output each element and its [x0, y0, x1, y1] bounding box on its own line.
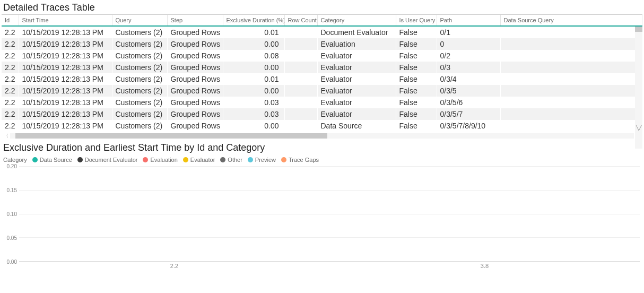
- cell-data-source-query[interactable]: [500, 108, 642, 120]
- cell-row-count[interactable]: [284, 85, 317, 97]
- cell-is-user-query[interactable]: False: [396, 62, 437, 73]
- cell-query[interactable]: Customers (2): [112, 26, 167, 38]
- cell-start-time[interactable]: 10/15/2019 12:28:13 PM: [19, 108, 112, 120]
- horizontal-scrollbar[interactable]: [10, 133, 634, 139]
- table-row[interactable]: 2.210/15/2019 12:28:13 PMCustomers (2)Gr…: [2, 50, 642, 62]
- cell-id[interactable]: 2.2: [2, 38, 19, 50]
- cell-step[interactable]: Grouped Rows: [167, 62, 223, 73]
- cell-category[interactable]: Evaluator: [317, 50, 396, 62]
- scroll-down-icon[interactable]: ╲╱: [635, 124, 642, 132]
- cell-id[interactable]: 2.2: [2, 120, 19, 132]
- cell-is-user-query[interactable]: False: [396, 73, 437, 85]
- cell-category[interactable]: Evaluation: [317, 38, 396, 50]
- cell-is-user-query[interactable]: False: [396, 26, 437, 38]
- scroll-left-icon[interactable]: 〈: [2, 132, 10, 140]
- legend-item[interactable]: Preview: [248, 157, 276, 163]
- table-row[interactable]: 2.210/15/2019 12:28:13 PMCustomers (2)Gr…: [2, 26, 642, 38]
- plot-area[interactable]: [19, 166, 640, 262]
- cell-path[interactable]: 0/3/4: [437, 73, 500, 85]
- cell-id[interactable]: 2.2: [2, 62, 19, 73]
- cell-row-count[interactable]: [284, 62, 317, 73]
- cell-category[interactable]: Evaluator: [317, 108, 396, 120]
- cell-id[interactable]: 2.2: [2, 50, 19, 62]
- cell-exclusive-duration[interactable]: 0.00: [223, 38, 284, 50]
- cell-step[interactable]: Grouped Rows: [167, 108, 223, 120]
- cell-step[interactable]: Grouped Rows: [167, 38, 223, 50]
- cell-id[interactable]: 2.2: [2, 26, 19, 38]
- legend-item[interactable]: Document Evaluator: [77, 157, 138, 163]
- cell-id[interactable]: 2.2: [2, 108, 19, 120]
- cell-start-time[interactable]: 10/15/2019 12:28:13 PM: [19, 120, 112, 132]
- cell-is-user-query[interactable]: False: [396, 85, 437, 97]
- cell-exclusive-duration[interactable]: 0.01: [223, 26, 284, 38]
- cell-exclusive-duration[interactable]: 0.00: [223, 62, 284, 73]
- legend-item[interactable]: Other: [220, 157, 242, 163]
- col-data-source-query[interactable]: Data Source Query: [500, 15, 642, 26]
- cell-query[interactable]: Customers (2): [112, 50, 167, 62]
- table-row[interactable]: 2.210/15/2019 12:28:13 PMCustomers (2)Gr…: [2, 73, 642, 85]
- horizontal-scroll-thumb[interactable]: [15, 133, 327, 139]
- cell-path[interactable]: 0/3/5/7/8/9/10: [437, 120, 500, 132]
- cell-id[interactable]: 2.2: [2, 73, 19, 85]
- table-row[interactable]: 2.210/15/2019 12:28:13 PMCustomers (2)Gr…: [2, 97, 642, 108]
- col-is-user-query[interactable]: Is User Query: [396, 15, 437, 26]
- legend-item[interactable]: Evaluator: [183, 157, 215, 163]
- cell-start-time[interactable]: 10/15/2019 12:28:13 PM: [19, 38, 112, 50]
- traces-table[interactable]: Id Start Time Query Step Exclusive Durat…: [2, 15, 642, 132]
- cell-is-user-query[interactable]: False: [396, 50, 437, 62]
- legend-item[interactable]: Data Source: [32, 157, 72, 163]
- cell-path[interactable]: 0/2: [437, 50, 500, 62]
- cell-exclusive-duration[interactable]: 0.03: [223, 108, 284, 120]
- cell-category[interactable]: Document Evaluator: [317, 26, 396, 38]
- cell-step[interactable]: Grouped Rows: [167, 120, 223, 132]
- cell-start-time[interactable]: 10/15/2019 12:28:13 PM: [19, 50, 112, 62]
- cell-query[interactable]: Customers (2): [112, 108, 167, 120]
- cell-data-source-query[interactable]: [500, 38, 642, 50]
- cell-start-time[interactable]: 10/15/2019 12:28:13 PM: [19, 73, 112, 85]
- cell-data-source-query[interactable]: [500, 73, 642, 85]
- cell-path[interactable]: 0: [437, 38, 500, 50]
- cell-row-count[interactable]: [284, 108, 317, 120]
- table-row[interactable]: 2.210/15/2019 12:28:13 PMCustomers (2)Gr…: [2, 38, 642, 50]
- table-row[interactable]: 2.210/15/2019 12:28:13 PMCustomers (2)Gr…: [2, 108, 642, 120]
- cell-step[interactable]: Grouped Rows: [167, 73, 223, 85]
- cell-start-time[interactable]: 10/15/2019 12:28:13 PM: [19, 85, 112, 97]
- chart-legend[interactable]: Category Data SourceDocument EvaluatorEv…: [3, 157, 641, 163]
- cell-category[interactable]: Evaluator: [317, 73, 396, 85]
- cell-step[interactable]: Grouped Rows: [167, 85, 223, 97]
- cell-data-source-query[interactable]: [500, 26, 642, 38]
- cell-exclusive-duration[interactable]: 0.00: [223, 120, 284, 132]
- cell-path[interactable]: 0/3/5/6: [437, 97, 500, 108]
- cell-step[interactable]: Grouped Rows: [167, 26, 223, 38]
- cell-step[interactable]: Grouped Rows: [167, 50, 223, 62]
- cell-is-user-query[interactable]: False: [396, 108, 437, 120]
- cell-category[interactable]: Evaluator: [317, 85, 396, 97]
- cell-query[interactable]: Customers (2): [112, 85, 167, 97]
- cell-step[interactable]: Grouped Rows: [167, 97, 223, 108]
- table-header-row[interactable]: Id Start Time Query Step Exclusive Durat…: [2, 15, 642, 26]
- table-row[interactable]: 2.210/15/2019 12:28:13 PMCustomers (2)Gr…: [2, 120, 642, 132]
- cell-category[interactable]: Evaluator: [317, 97, 396, 108]
- col-category[interactable]: Category: [317, 15, 396, 26]
- cell-query[interactable]: Customers (2): [112, 120, 167, 132]
- legend-item[interactable]: Evaluation: [143, 157, 177, 163]
- cell-exclusive-duration[interactable]: 0.01: [223, 73, 284, 85]
- col-id[interactable]: Id: [2, 15, 19, 26]
- cell-row-count[interactable]: [284, 73, 317, 85]
- col-row-count[interactable]: Row Count: [284, 15, 317, 26]
- cell-data-source-query[interactable]: [500, 120, 642, 132]
- cell-row-count[interactable]: [284, 97, 317, 108]
- cell-query[interactable]: Customers (2): [112, 62, 167, 73]
- table-row[interactable]: 2.210/15/2019 12:28:13 PMCustomers (2)Gr…: [2, 62, 642, 73]
- cell-query[interactable]: Customers (2): [112, 97, 167, 108]
- vertical-scroll-thumb[interactable]: [635, 27, 642, 32]
- cell-path[interactable]: 0/3: [437, 62, 500, 73]
- cell-category[interactable]: Evaluator: [317, 62, 396, 73]
- cell-data-source-query[interactable]: [500, 97, 642, 108]
- legend-item[interactable]: Trace Gaps: [281, 157, 319, 163]
- cell-path[interactable]: 0/3/5: [437, 85, 500, 97]
- cell-exclusive-duration[interactable]: 0.03: [223, 97, 284, 108]
- cell-category[interactable]: Data Source: [317, 120, 396, 132]
- cell-query[interactable]: Customers (2): [112, 38, 167, 50]
- col-path[interactable]: Path: [437, 15, 500, 26]
